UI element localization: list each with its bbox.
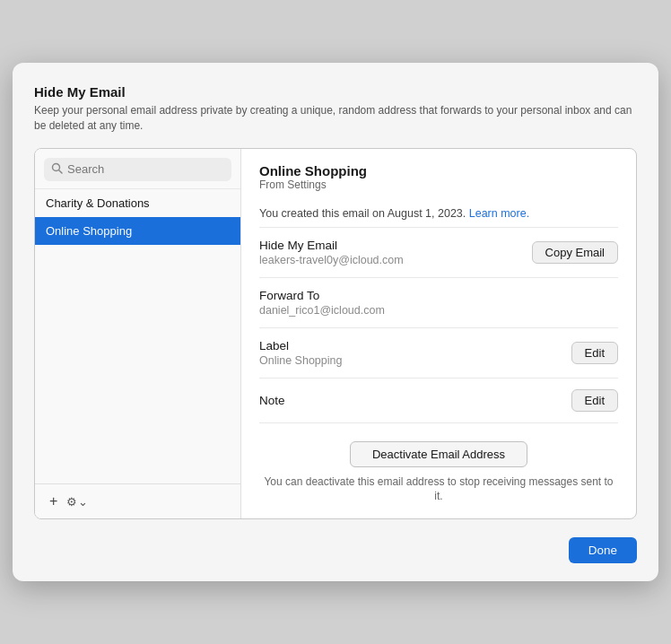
creation-info: You created this email on August 1, 2023… bbox=[259, 200, 618, 228]
label-edit-button[interactable]: Edit bbox=[571, 342, 618, 364]
note-row: Note Edit bbox=[259, 379, 618, 423]
done-button[interactable]: Done bbox=[569, 537, 637, 563]
dialog-header: Hide My Email Keep your personal email a… bbox=[34, 84, 637, 134]
note-label-group: Note bbox=[259, 394, 285, 407]
main-content: Online Shopping From Settings You create… bbox=[241, 149, 636, 519]
search-input[interactable] bbox=[67, 162, 224, 176]
hide-my-email-label-group: Hide My Email leakers-travel0y@icloud.co… bbox=[259, 239, 404, 266]
forward-to-label-group: Forward To daniel_rico1@icloud.com bbox=[259, 289, 385, 317]
forward-to-label: Forward To bbox=[259, 289, 385, 302]
dialog-footer: Done bbox=[34, 534, 637, 563]
sidebar-footer: + ⚙ ⌄ bbox=[35, 483, 240, 518]
deactivate-description: You can deactivate this email address to… bbox=[259, 474, 618, 505]
forward-to-value: daniel_rico1@icloud.com bbox=[259, 304, 385, 317]
sidebar: Charity & Donations Online Shopping + ⚙ … bbox=[35, 149, 241, 519]
label-label: Label bbox=[259, 339, 342, 352]
gear-icon: ⚙ bbox=[66, 495, 77, 509]
dialog: Hide My Email Keep your personal email a… bbox=[13, 63, 658, 581]
sidebar-list: Charity & Donations Online Shopping bbox=[35, 189, 240, 484]
deactivate-button[interactable]: Deactivate Email Address bbox=[350, 441, 527, 467]
dialog-body: Charity & Donations Online Shopping + ⚙ … bbox=[34, 148, 637, 520]
dialog-subtitle: Keep your personal email address private… bbox=[34, 103, 637, 134]
creation-info-text: You created this email on August 1, 2023… bbox=[259, 207, 466, 220]
dialog-title: Hide My Email bbox=[34, 84, 637, 100]
hide-my-email-row: Hide My Email leakers-travel0y@icloud.co… bbox=[259, 228, 618, 278]
deactivate-section: Deactivate Email Address You can deactiv… bbox=[259, 431, 618, 505]
svg-line-1 bbox=[59, 170, 62, 172]
forward-to-row: Forward To daniel_rico1@icloud.com bbox=[259, 278, 618, 328]
label-label-group: Label Online Shopping bbox=[259, 339, 342, 367]
label-value: Online Shopping bbox=[259, 354, 342, 367]
learn-more-link[interactable]: Learn more. bbox=[469, 207, 529, 220]
hide-my-email-label: Hide My Email bbox=[259, 239, 404, 252]
add-email-button[interactable]: + bbox=[46, 492, 61, 511]
search-container bbox=[35, 149, 240, 189]
label-row: Label Online Shopping Edit bbox=[259, 328, 618, 379]
section-title: Online Shopping bbox=[259, 163, 618, 178]
sidebar-item-charity-donations[interactable]: Charity & Donations bbox=[35, 189, 240, 217]
note-edit-button[interactable]: Edit bbox=[571, 389, 618, 412]
hide-my-email-value: leakers-travel0y@icloud.com bbox=[259, 254, 404, 266]
search-box[interactable] bbox=[44, 158, 231, 181]
sidebar-item-online-shopping[interactable]: Online Shopping bbox=[35, 217, 240, 245]
note-label: Note bbox=[259, 394, 285, 407]
section-source: From Settings bbox=[259, 178, 618, 191]
copy-email-button[interactable]: Copy Email bbox=[532, 241, 618, 264]
gear-chevron-control[interactable]: ⚙ ⌄ bbox=[66, 495, 88, 509]
search-icon bbox=[51, 161, 63, 178]
chevron-down-icon: ⌄ bbox=[78, 495, 88, 509]
